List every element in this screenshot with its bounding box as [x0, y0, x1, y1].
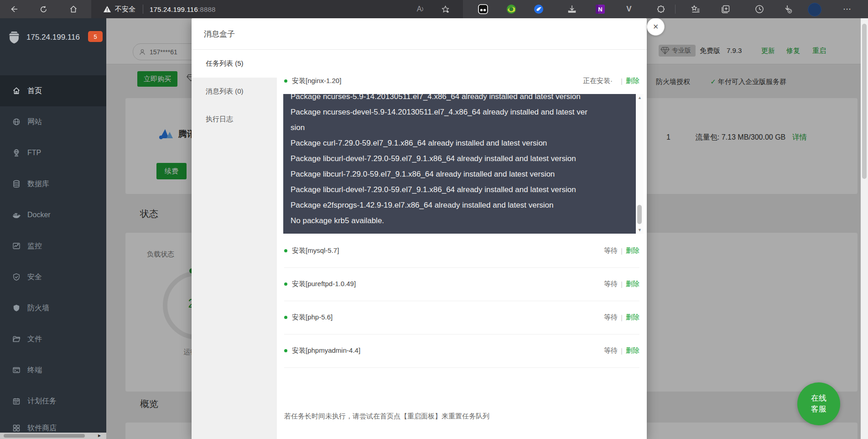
extension-blue-button[interactable] [533, 3, 545, 15]
sidebar-item-firewall[interactable]: 防火墙 [0, 293, 106, 324]
console-scrollbar[interactable]: ▲ ▼ [636, 94, 644, 234]
console-line: Package e2fsprogs-1.42.9-19.el7.x86_64 a… [291, 198, 633, 213]
toolbar-divider [675, 5, 676, 14]
task-row: 安装[phpmyadmin-4.4] 等待 | 删除 [284, 334, 639, 368]
sidebar-item-security[interactable]: 安全 [0, 261, 106, 293]
ftp-icon [12, 148, 21, 157]
task-status-dot [284, 349, 287, 352]
sidebar-item-website[interactable]: 网站 [0, 106, 106, 137]
monitor-icon [12, 241, 21, 251]
extension-v-button[interactable]: V [623, 3, 635, 15]
sidebar-item-cron[interactable]: 计划任务 [0, 386, 106, 417]
console-line: No package krb5 available. [291, 213, 633, 229]
bt-logo-icon [6, 30, 22, 45]
url-host: 175.24.199.116 [150, 5, 198, 13]
sidebar-header: 175.24.199.116 5 [0, 18, 106, 57]
scrollbar-right-arrow[interactable]: ▸ [98, 432, 101, 439]
console-line: Package curl-7.29.0-59.el7_9.1.x86_64 al… [291, 136, 633, 151]
task-status-dot [284, 316, 287, 319]
extension-download-button[interactable] [566, 3, 578, 15]
browser-refresh-button[interactable] [36, 1, 51, 17]
task-delete-link[interactable]: 删除 [626, 313, 639, 322]
menu-dots-icon: ⋯ [843, 4, 851, 14]
extension-mask-button[interactable] [477, 3, 489, 15]
terminal-icon [12, 366, 21, 375]
task-name: 安装[pureftpd-1.0.49] [292, 280, 356, 288]
task-status: 等待 [604, 246, 618, 255]
service-label-line1: 在线 [811, 393, 826, 404]
pipe-divider: | [621, 347, 623, 355]
task-status: 正在安装· [583, 77, 613, 85]
tab-exec-log[interactable]: 执行日志 [192, 105, 277, 133]
url-port: :8888 [198, 5, 216, 13]
task-delete-link[interactable]: 删除 [626, 77, 639, 85]
sidebar-item-ftp[interactable]: FTP [0, 137, 106, 168]
task-delete-link[interactable]: 删除 [626, 280, 639, 288]
sidebar: 175.24.199.116 5 首页 网站 FTP 数据库 Docker 监控 [0, 18, 106, 439]
extension-onenote-button[interactable]: N [594, 3, 606, 15]
task-name: 安装[php-5.6] [292, 313, 333, 322]
history-clock-icon [754, 4, 764, 14]
console-scrollbar-thumb[interactable] [637, 205, 642, 224]
task-row: 安装[pureftpd-1.0.49] 等待 | 删除 [284, 267, 639, 301]
sidebar-item-terminal[interactable]: 终端 [0, 355, 106, 386]
modal-footer-note: 若任务长时间未执行，请尝试在首页点【重启面板】来重置任务队列 [284, 412, 639, 421]
modal-close-button[interactable]: × [647, 18, 665, 36]
read-aloud-button[interactable]: A [413, 2, 428, 16]
service-label-line2: 客服 [811, 404, 826, 415]
favorite-star-button[interactable] [438, 2, 452, 16]
task-delete-link[interactable]: 删除 [626, 246, 639, 255]
install-console-output[interactable]: Package ncurses-5.9-14.20130511.el7_4.x8… [283, 94, 644, 234]
scrollbar-thumb[interactable] [4, 434, 85, 438]
collections-button[interactable] [720, 3, 732, 15]
onenote-letter: N [598, 6, 602, 13]
calendar-icon [12, 397, 21, 406]
message-box-modal: 消息盒子 任务列表 (5) 消息列表 (0) 执行日志 安装[nginx-1.2… [192, 18, 647, 439]
sidebar-item-files[interactable]: 文件 [0, 324, 106, 355]
tab-task-list[interactable]: 任务列表 (5) [192, 50, 277, 78]
task-status: 等待 [604, 280, 618, 288]
scroll-up-icon[interactable]: ▲ [636, 95, 644, 100]
console-line: Package libcurl-devel-7.29.0-59.el7_9.1.… [291, 182, 633, 198]
browser-home-button[interactable] [66, 1, 81, 17]
history-button[interactable] [754, 3, 765, 15]
task-name: 安装[nginx-1.20] [292, 77, 341, 85]
read-aloud-waves-icon [421, 6, 424, 12]
sidebar-item-label: 首页 [27, 86, 42, 96]
sidebar-item-monitor[interactable]: 监控 [0, 230, 106, 261]
sidebar-horizontal-scrollbar[interactable]: ▸ [0, 433, 106, 439]
browser-menu-button[interactable]: ⋯ [840, 2, 854, 16]
task-list-panel: 安装[nginx-1.20] 正在安装· | 删除 Package ncurse… [277, 50, 647, 439]
task-name: 安装[phpmyadmin-4.4] [292, 346, 360, 355]
puzzle-icon [656, 4, 666, 14]
favorites-bar-button[interactable] [690, 3, 702, 15]
page-vertical-scrollbar[interactable] [861, 18, 868, 439]
notification-badge[interactable]: 5 [88, 31, 103, 42]
page-scrollbar-thumb[interactable] [862, 24, 867, 179]
shield-filled-icon [12, 303, 21, 313]
shield-check-icon [12, 272, 21, 282]
security-label[interactable]: 不安全 [115, 5, 135, 14]
sidebar-item-home[interactable]: 首页 [0, 75, 106, 106]
sidebar-item-database[interactable]: 数据库 [0, 168, 106, 199]
mask-extension-icon [478, 4, 489, 15]
address-bar[interactable]: 不安全 175.24.199.116 :8888 A [91, 0, 463, 18]
extensions-menu-button[interactable] [655, 3, 667, 15]
task-row: 安装[mysql-5.7] 等待 | 删除 [284, 234, 639, 268]
online-service-button[interactable]: 在线 客服 [797, 382, 840, 425]
console-line: Package ncurses-5.9-14.20130511.el7_4.x8… [291, 94, 633, 105]
browser-back-button[interactable] [6, 1, 22, 17]
extension-idm-button[interactable] [505, 3, 517, 15]
sidebar-item-label: 监控 [27, 241, 42, 251]
tab-message-list[interactable]: 消息列表 (0) [192, 78, 277, 105]
home-icon [12, 86, 21, 95]
read-aloud-icon: A [417, 5, 422, 13]
downloads-button[interactable] [782, 3, 794, 15]
console-line: sion [291, 120, 633, 136]
console-line: Package libcurl-7.29.0-59.el7_9.1.x86_64… [291, 167, 633, 182]
database-icon [12, 179, 21, 188]
profile-avatar[interactable] [808, 3, 821, 16]
sidebar-item-docker[interactable]: Docker [0, 199, 106, 230]
scroll-down-icon[interactable]: ▼ [636, 228, 644, 232]
task-delete-link[interactable]: 删除 [626, 346, 639, 355]
